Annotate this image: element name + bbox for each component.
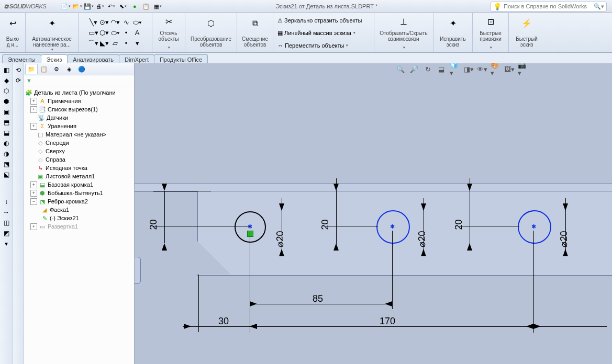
dim-20-2[interactable]: 20 bbox=[320, 219, 331, 230]
text-tool-icon[interactable]: A bbox=[132, 28, 142, 38]
quick-snaps-button[interactable]: ⊡ Быстрыепривязки ▾ bbox=[473, 13, 509, 52]
repair-sketch-button[interactable]: ✦ Исправитьэскиз bbox=[433, 13, 473, 52]
undo-icon[interactable]: ↶▾ bbox=[107, 2, 116, 11]
mirror-button[interactable]: ⚠Зеркально отразить объекты bbox=[276, 17, 363, 25]
vtool-9[interactable]: ◑ bbox=[2, 149, 11, 158]
save-icon[interactable]: 💾▾ bbox=[84, 2, 93, 11]
tree-chamfer[interactable]: Фаска1 bbox=[50, 207, 69, 213]
open-file-icon[interactable]: 📂▾ bbox=[72, 2, 82, 11]
expand-icon[interactable]: + bbox=[30, 181, 37, 188]
tree-front[interactable]: Спереди bbox=[46, 140, 69, 146]
options-icon[interactable]: 📋 bbox=[141, 2, 151, 11]
tree-extrude[interactable]: Бобышка-Вытянуть1 bbox=[48, 190, 103, 196]
hide-show-icon[interactable]: 👁▾ bbox=[477, 64, 487, 74]
tree-origin[interactable]: Исходная точка bbox=[46, 165, 87, 171]
tree-edgeflange[interactable]: Ребро-кромка2 bbox=[48, 198, 88, 204]
expand-icon[interactable]: + bbox=[30, 190, 37, 197]
chamfer-tool-icon[interactable]: ◣▾ bbox=[99, 39, 109, 48]
expand-icon[interactable]: + bbox=[30, 223, 37, 230]
config-tab-icon[interactable]: ⚙ bbox=[50, 64, 63, 74]
trim-button[interactable]: ✂ Отсечьобъекты ▾ bbox=[152, 13, 185, 52]
panel-filter[interactable]: ▼ bbox=[24, 75, 134, 86]
dim-30[interactable]: 30 bbox=[218, 316, 229, 327]
vtool-11[interactable]: ⬕ bbox=[2, 170, 11, 179]
vtool-12[interactable]: ↕ bbox=[2, 197, 11, 207]
vtool-15[interactable]: ◩ bbox=[2, 229, 11, 238]
dim-20-3[interactable]: 20 bbox=[453, 219, 464, 230]
scene-icon[interactable]: 🖼▾ bbox=[504, 64, 515, 74]
dim-20-1[interactable]: 20 bbox=[148, 219, 159, 230]
vtool2-2[interactable]: ⟳ bbox=[14, 76, 23, 85]
dim-dia-3[interactable]: ⌀20 bbox=[558, 231, 570, 247]
tree-material[interactable]: Материал <не указан> bbox=[46, 131, 106, 138]
dim-170[interactable]: 170 bbox=[380, 316, 395, 327]
exit-sketch-button[interactable]: ↩ Выход и... bbox=[0, 13, 26, 52]
tree-equations[interactable]: Уравнения bbox=[48, 123, 76, 129]
vtool-6[interactable]: ⬒ bbox=[2, 118, 11, 127]
point-tool-icon[interactable]: • bbox=[121, 28, 131, 38]
expand-icon[interactable]: + bbox=[30, 106, 37, 113]
vtool-2[interactable]: ◆ bbox=[2, 76, 11, 85]
appearance-icon[interactable]: 🎨▾ bbox=[491, 64, 501, 74]
fillet-tool-icon[interactable]: ⌒▾ bbox=[88, 39, 98, 48]
linear-pattern-button[interactable]: ▦Линейный массив эскиза▾ bbox=[276, 29, 357, 37]
smart-dimension-button[interactable]: ✦ Автоматическоенанесение ра... ▾ bbox=[26, 13, 79, 52]
expand-icon[interactable]: + bbox=[30, 98, 37, 105]
tree-sheetmetal[interactable]: Листовой металл1 bbox=[46, 173, 95, 179]
vtool-1[interactable]: ◧ bbox=[2, 65, 11, 75]
rapid-sketch-button[interactable]: ⚡ Быстрыйэскиз bbox=[509, 13, 544, 52]
misc2-tool-icon[interactable]: ▾ bbox=[132, 39, 142, 48]
dim-dia-1[interactable]: ⌀20 bbox=[274, 231, 286, 247]
expand-icon[interactable]: + bbox=[30, 123, 37, 130]
convert-button[interactable]: ⬡ Преобразованиеобъектов bbox=[185, 13, 237, 52]
vtool-7[interactable]: ⬓ bbox=[2, 128, 11, 138]
arc-tool-icon[interactable]: ◠▾ bbox=[110, 18, 120, 27]
plane-tool-icon[interactable]: ▱ bbox=[110, 39, 120, 48]
print-icon[interactable]: 🖨▾ bbox=[95, 2, 105, 11]
dim-85[interactable]: 85 bbox=[313, 293, 323, 304]
vtool-16[interactable]: ▾ bbox=[2, 239, 11, 248]
vtool-3[interactable]: ⬡ bbox=[2, 86, 11, 96]
vtool-13[interactable]: ↔ bbox=[2, 208, 11, 217]
view-orient-icon[interactable]: 🧊▾ bbox=[450, 64, 460, 74]
select-icon[interactable]: ⬉▾ bbox=[118, 2, 128, 11]
feature-tree-tab-icon[interactable]: 📁 bbox=[25, 64, 38, 74]
dim-dia-2[interactable]: ⌀20 bbox=[416, 231, 428, 247]
tree-right[interactable]: Справа bbox=[46, 156, 65, 163]
polygon-tool-icon[interactable]: ⬡▾ bbox=[99, 28, 109, 38]
rebuild-icon[interactable]: ● bbox=[130, 2, 139, 11]
relation-marker[interactable] bbox=[247, 231, 253, 237]
tree-top[interactable]: Сверху bbox=[46, 148, 65, 154]
display-style-icon[interactable]: ◨▾ bbox=[463, 64, 474, 74]
tree-root[interactable]: Деталь из листа (По умолчани bbox=[34, 89, 116, 96]
property-tab-icon[interactable]: 📋 bbox=[38, 64, 50, 74]
misc-tool-icon[interactable]: • bbox=[121, 39, 131, 48]
spline-tool-icon[interactable]: ∿ bbox=[121, 18, 131, 27]
render-icon[interactable]: 📷▾ bbox=[518, 64, 528, 74]
circle-tool-icon[interactable]: ⊙▾ bbox=[99, 18, 109, 27]
help-search[interactable]: 💡 🔍▾ bbox=[491, 2, 607, 12]
new-file-icon[interactable]: 📄▾ bbox=[61, 2, 70, 11]
show-relations-button[interactable]: ⊥ Отобразить/Скрытьвзаимосвязи ▾ bbox=[374, 13, 433, 52]
tree-sensors[interactable]: Датчики bbox=[47, 115, 68, 121]
tree-baseflange[interactable]: Базовая кромка1 bbox=[48, 181, 93, 188]
vtool-14[interactable]: ◫ bbox=[2, 218, 11, 228]
vtool-4[interactable]: ⬢ bbox=[2, 97, 11, 106]
settings-icon[interactable]: ▦▾ bbox=[153, 2, 162, 11]
tree-sketch21[interactable]: (-) Эскиз21 bbox=[50, 215, 79, 221]
tree-cutlist[interactable]: Список вырезов(1) bbox=[48, 106, 98, 112]
rectangle-tool-icon[interactable]: ▭▾ bbox=[88, 28, 98, 38]
zoom-area-icon[interactable]: 🔎 bbox=[409, 64, 419, 74]
slot-tool-icon[interactable]: ⬭▾ bbox=[110, 28, 120, 38]
move-button[interactable]: ↔Переместить объекты▾ bbox=[276, 42, 349, 49]
display-tab-icon[interactable]: 🔵 bbox=[75, 64, 88, 74]
vtool-10[interactable]: ⬔ bbox=[2, 160, 11, 169]
search-input[interactable] bbox=[503, 3, 594, 10]
rotate-icon[interactable]: ↻ bbox=[422, 64, 433, 74]
expand-icon[interactable]: − bbox=[30, 198, 37, 205]
tree-flatpattern[interactable]: Развертка1 bbox=[48, 223, 78, 230]
section-icon[interactable]: ⬓ bbox=[436, 64, 447, 74]
search-icon[interactable]: 🔍▾ bbox=[594, 3, 604, 10]
vtool2-1[interactable]: ⟲ bbox=[14, 65, 23, 75]
vtool-8[interactable]: ◐ bbox=[2, 139, 11, 148]
